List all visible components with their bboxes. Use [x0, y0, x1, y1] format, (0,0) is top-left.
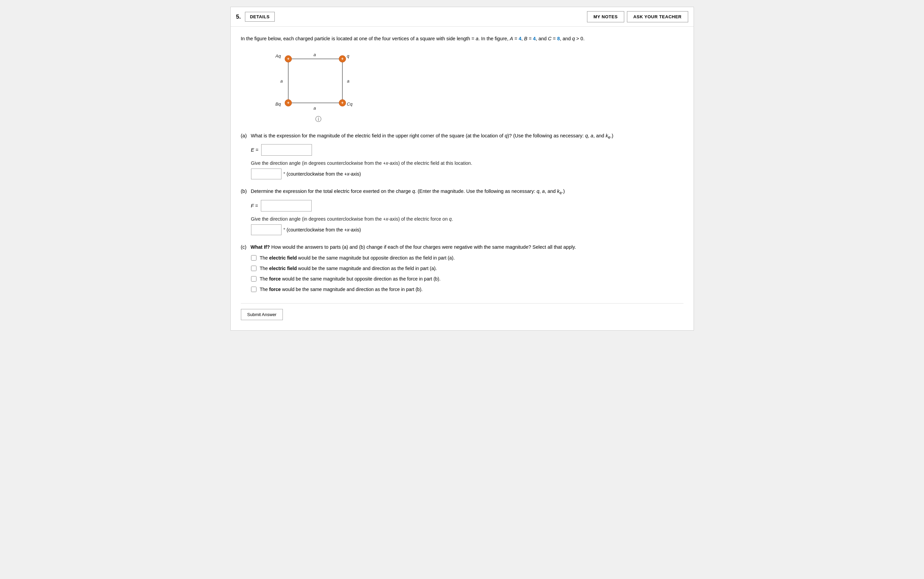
- checkbox-item-c1: The electric field would be the same mag…: [251, 255, 684, 262]
- part-a-input[interactable]: [261, 144, 312, 155]
- part-c-section: (c) What If? How would the answers to pa…: [241, 243, 684, 293]
- svg-text:Aq: Aq: [275, 54, 281, 59]
- content-area: In the figure below, each charged partic…: [231, 27, 694, 330]
- part-c-label: (c) What If? How would the answers to pa…: [241, 243, 684, 251]
- part-b-letter: (b): [241, 188, 247, 194]
- checkbox-c1-label: The electric field would be the same mag…: [260, 255, 455, 262]
- submit-button[interactable]: Submit Answer: [241, 309, 283, 320]
- svg-text:Bq: Bq: [276, 101, 281, 106]
- info-icon[interactable]: ⓘ: [315, 115, 322, 123]
- svg-text:a: a: [280, 79, 282, 83]
- svg-text:Cq: Cq: [347, 101, 353, 106]
- diagram-svg: a a a a + Aq +: [268, 49, 363, 116]
- submit-row: Submit Answer: [241, 303, 684, 320]
- part-b-label: (b) Determine the expression for the tot…: [241, 188, 684, 196]
- main-container: 5. DETAILS MY NOTES ASK YOUR TEACHER In …: [230, 7, 694, 330]
- svg-text:+: +: [341, 57, 343, 61]
- part-b-direction-suffix: ° (counterclockwise from the +x-axis): [284, 227, 361, 232]
- part-a-direction-input[interactable]: [251, 168, 281, 179]
- svg-rect-0: [288, 59, 343, 103]
- ask-teacher-button[interactable]: ASK YOUR TEACHER: [627, 11, 688, 22]
- part-a-letter: (a): [241, 133, 247, 138]
- svg-text:a: a: [313, 106, 316, 111]
- svg-text:a: a: [347, 79, 349, 83]
- header-left: 5. DETAILS: [236, 12, 275, 22]
- part-a-label: (a) What is the expression for the magni…: [241, 132, 684, 141]
- part-c-letter: (c): [241, 244, 247, 250]
- checkbox-c3-label: The force would be the same magnitude bu…: [260, 275, 441, 283]
- svg-text:+: +: [287, 57, 289, 61]
- part-a-direction-prompt: Give the direction angle (in degrees cou…: [251, 160, 684, 166]
- e-label: E =: [251, 147, 258, 153]
- svg-text:a: a: [313, 52, 316, 57]
- problem-statement: In the figure below, each charged partic…: [241, 35, 684, 43]
- part-c-what-if: What If?: [250, 244, 269, 250]
- checkbox-c2[interactable]: [251, 266, 256, 271]
- checkbox-item-c4: The force would be the same magnitude an…: [251, 286, 684, 293]
- part-b-direction-row: ° (counterclockwise from the +x-axis): [251, 224, 684, 235]
- part-a-field-row: E =: [251, 144, 684, 155]
- checkbox-c4[interactable]: [251, 286, 256, 292]
- part-a-section: (a) What is the expression for the magni…: [241, 132, 684, 179]
- diagram-container: a a a a + Aq +: [268, 49, 684, 116]
- svg-text:q: q: [347, 54, 349, 59]
- part-b-section: (b) Determine the expression for the tot…: [241, 188, 684, 235]
- square-diagram-svg: a a a a + Aq +: [268, 49, 363, 113]
- part-a-direction-suffix: ° (counterclockwise from the +x-axis): [284, 171, 361, 177]
- details-button[interactable]: DETAILS: [245, 12, 275, 22]
- part-b-input[interactable]: [261, 200, 312, 211]
- header-right: MY NOTES ASK YOUR TEACHER: [587, 11, 688, 22]
- svg-text:+: +: [287, 100, 289, 105]
- svg-text:+: +: [341, 100, 343, 105]
- f-label: F =: [251, 203, 258, 208]
- checkbox-c3[interactable]: [251, 276, 256, 281]
- header-row: 5. DETAILS MY NOTES ASK YOUR TEACHER: [231, 7, 694, 27]
- checkbox-c1[interactable]: [251, 255, 256, 260]
- my-notes-button[interactable]: MY NOTES: [587, 11, 624, 22]
- checkbox-item-c3: The force would be the same magnitude bu…: [251, 275, 684, 283]
- checkbox-item-c2: The electric field would be the same mag…: [251, 265, 684, 272]
- part-b-direction-prompt: Give the direction angle (in degrees cou…: [251, 216, 684, 222]
- checkbox-c2-label: The electric field would be the same mag…: [260, 265, 437, 272]
- question-number: 5.: [236, 13, 241, 20]
- part-b-field-row: F =: [251, 200, 684, 211]
- part-a-direction-row: ° (counterclockwise from the +x-axis): [251, 168, 684, 179]
- part-b-direction-input[interactable]: [251, 224, 281, 235]
- checkbox-c4-label: The force would be the same magnitude an…: [260, 286, 423, 293]
